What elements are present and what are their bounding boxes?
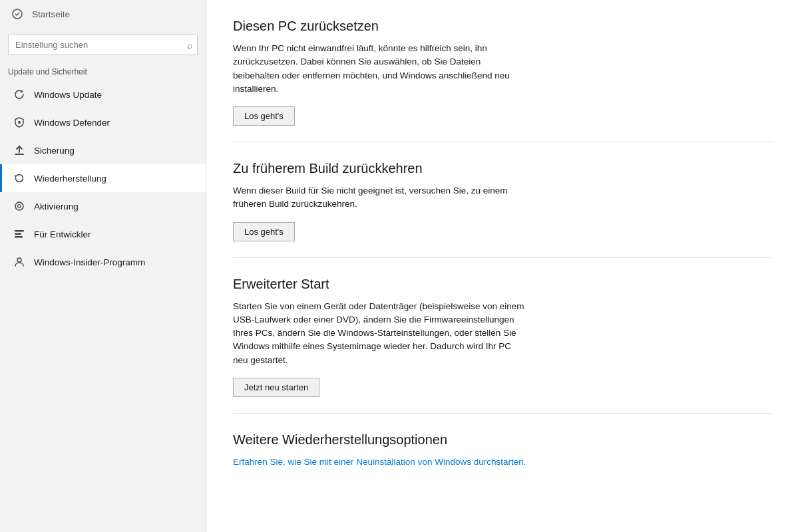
frueheres-build-desc: Wenn dieser Build für Sie nicht geeignet… — [233, 184, 526, 211]
shield-icon — [13, 116, 26, 129]
refresh-icon — [13, 88, 26, 101]
diesen-pc-desc: Wenn Ihr PC nicht einwandfrei läuft, kön… — [233, 42, 526, 96]
weitere-optionen-title: Weitere Wiederherstellungsoptionen — [233, 432, 773, 448]
section-erweiterter-start: Erweiterter Start Starten Sie von einem … — [233, 277, 773, 397]
svg-point-6 — [18, 205, 21, 208]
sidebar-item-windows-update[interactable]: Windows Update — [0, 80, 206, 108]
svg-rect-8 — [15, 233, 21, 235]
sidebar-item-windows-insider[interactable]: Windows-Insider-Programm — [0, 248, 206, 276]
svg-point-5 — [15, 202, 23, 210]
fuer-entwickler-label: Für Entwickler — [34, 229, 91, 239]
person-icon — [13, 255, 26, 269]
svg-rect-7 — [15, 230, 24, 232]
frueheres-build-button[interactable]: Los geht's — [233, 222, 295, 241]
section-weitere-optionen: Weitere Wiederherstellungsoptionen Erfah… — [233, 432, 773, 469]
divider-3 — [233, 413, 773, 414]
divider-2 — [233, 257, 773, 258]
windows-update-label: Windows Update — [34, 90, 102, 100]
svg-rect-9 — [15, 236, 23, 238]
svg-marker-4 — [15, 175, 17, 178]
wiederherstellung-label: Wiederherstellung — [34, 174, 106, 184]
main-content: Diesen PC zurücksetzen Wenn Ihr PC nicht… — [206, 0, 800, 532]
upload-arrow-icon — [13, 144, 26, 157]
svg-point-2 — [18, 121, 21, 124]
developer-icon — [13, 227, 26, 241]
activation-icon — [13, 200, 26, 213]
sidebar-item-fuer-entwickler[interactable]: Für Entwickler — [0, 220, 206, 248]
restore-icon — [13, 172, 26, 185]
divider-1 — [233, 142, 773, 142]
sidebar-item-aktivierung[interactable]: Aktivierung — [0, 192, 206, 220]
sidebar: Startseite ⌕ Update und Sicherheit Windo… — [0, 0, 206, 532]
windows-defender-label: Windows Defender — [34, 118, 110, 128]
search-container: ⌕ — [0, 28, 206, 62]
erweiterter-start-button[interactable]: Jetzt neu starten — [233, 378, 319, 397]
diesen-pc-button[interactable]: Los geht's — [233, 106, 295, 126]
frueheres-build-title: Zu früherem Build zurückkehren — [233, 161, 773, 176]
section-diesen-pc: Diesen PC zurücksetzen Wenn Ihr PC nicht… — [233, 19, 773, 126]
startseite-label: Startseite — [32, 9, 70, 19]
diesen-pc-title: Diesen PC zurücksetzen — [233, 19, 773, 34]
weitere-optionen-link[interactable]: Erfahren Sie, wie Sie mit einer Neuinsta… — [233, 457, 526, 467]
aktivierung-label: Aktivierung — [34, 201, 79, 211]
svg-point-10 — [17, 258, 21, 262]
erweiterter-start-desc: Starten Sie von einem Gerät oder Datentr… — [233, 300, 526, 367]
sidebar-item-startseite[interactable]: Startseite — [0, 0, 206, 28]
search-input[interactable] — [8, 35, 198, 55]
section-label: Update und Sicherheit — [0, 62, 206, 80]
sidebar-item-sicherung[interactable]: Sicherung — [0, 136, 206, 164]
sidebar-item-wiederherstellung[interactable]: Wiederherstellung — [0, 164, 206, 192]
section-frueheres-build: Zu früherem Build zurückkehren Wenn dies… — [233, 161, 773, 241]
sidebar-item-windows-defender[interactable]: Windows Defender — [0, 108, 206, 136]
home-icon — [11, 7, 24, 21]
windows-insider-label: Windows-Insider-Programm — [34, 257, 145, 267]
erweiterter-start-title: Erweiterter Start — [233, 277, 773, 292]
sicherung-label: Sicherung — [34, 146, 75, 156]
